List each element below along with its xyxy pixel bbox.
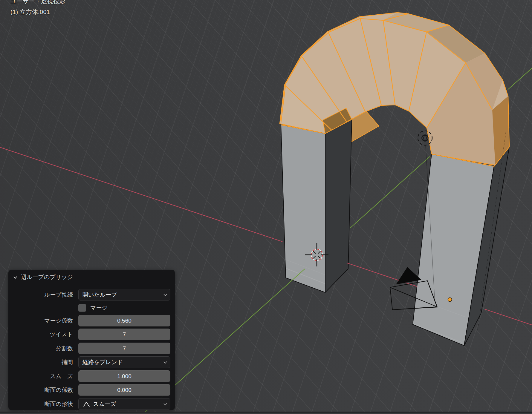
row-merge: マージ <box>8 304 175 312</box>
row-profile-shape: 断面の形状 スムーズ <box>8 398 175 410</box>
row-interpolation: 補間 経路をブレンド <box>8 356 175 368</box>
chevron-down-icon <box>163 402 168 407</box>
field-label: 補間 <box>8 356 73 368</box>
dropdown-value: 経路をブレンド <box>82 359 123 365</box>
smooth-profile-icon <box>82 401 90 407</box>
chevron-down-icon <box>163 360 168 365</box>
number-of-cuts-slider[interactable]: 7 <box>78 343 170 354</box>
field-label: マージ係数 <box>8 315 73 326</box>
left-pillar[interactable] <box>281 119 352 292</box>
blender-3d-viewport: { "viewport": { "header": { "view_label"… <box>0 0 532 414</box>
row-loop-connection: ループ接続 開いたループ <box>8 289 175 300</box>
view-mode-label: ユーザー・透視投影 <box>10 0 65 5</box>
operator-panel-title: 辺ループのブリッジ <box>21 273 73 281</box>
field-label: ループ接続 <box>8 289 73 300</box>
field-label: 断面の係数 <box>8 384 73 396</box>
row-number-of-cuts: 分割数 7 <box>8 343 175 354</box>
dropdown-value: スムーズ <box>93 401 116 407</box>
left-pillar-front-face <box>281 125 325 292</box>
merge-checkbox-label: マージ <box>90 304 108 312</box>
chevron-down-icon <box>13 275 18 280</box>
interpolation-dropdown[interactable]: 経路をブレンド <box>78 356 170 368</box>
right-pillar[interactable] <box>412 147 509 346</box>
twist-slider[interactable]: 7 <box>78 329 170 340</box>
chevron-down-icon <box>163 292 168 297</box>
merge-factor-slider[interactable]: 0.560 <box>78 315 170 326</box>
merge-checkbox[interactable] <box>78 304 86 312</box>
field-label: スムーズ <box>8 370 73 382</box>
origin-dot[interactable] <box>448 298 452 302</box>
dropdown-value: 開いたループ <box>82 292 117 298</box>
loop-connection-dropdown[interactable]: 開いたループ <box>78 289 170 300</box>
row-twist: ツイスト 7 <box>8 329 175 340</box>
profile-factor-slider[interactable]: 0.000 <box>78 384 170 396</box>
field-label: ツイスト <box>8 329 73 340</box>
left-pillar-side-face <box>325 119 352 292</box>
field-label: 断面の形状 <box>8 398 73 410</box>
operator-panel: 辺ループのブリッジ ループ接続 開いたループ マージ マージ係数 0.560 ツ… <box>8 270 175 410</box>
operator-panel-header[interactable]: 辺ループのブリッジ <box>8 273 175 282</box>
row-smoothness: スムーズ 1.000 <box>8 370 175 382</box>
field-label: 分割数 <box>8 343 73 354</box>
row-profile-factor: 断面の係数 0.000 <box>8 384 175 396</box>
editor-divider-strip[interactable] <box>0 413 532 414</box>
profile-shape-dropdown[interactable]: スムーズ <box>78 398 170 410</box>
active-object-label: (1) 立方体.001 <box>10 8 50 16</box>
row-merge-factor: マージ係数 0.560 <box>8 315 175 326</box>
smoothness-slider[interactable]: 1.000 <box>78 370 170 382</box>
